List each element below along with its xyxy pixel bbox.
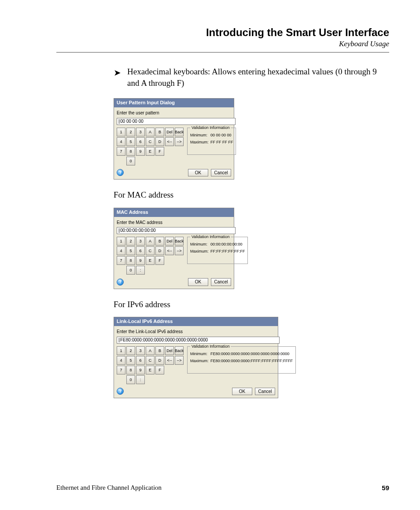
key-7[interactable]: 7 bbox=[117, 256, 125, 265]
key-f[interactable]: F bbox=[155, 366, 164, 374]
key-2[interactable]: 2 bbox=[126, 128, 135, 136]
key-back[interactable]: Back bbox=[175, 237, 184, 246]
key-c[interactable]: C bbox=[146, 356, 155, 365]
key-6[interactable]: 6 bbox=[136, 137, 145, 146]
key-9[interactable]: 9 bbox=[136, 256, 145, 265]
key-0[interactable]: 0 bbox=[126, 157, 135, 165]
key-8[interactable]: 8 bbox=[126, 147, 135, 156]
key-4[interactable]: 4 bbox=[117, 246, 125, 255]
ipv6-caption: For IPv6 address bbox=[114, 299, 389, 310]
mac-caption: For MAC address bbox=[114, 189, 389, 201]
dialog-prompt: Enter the MAC address bbox=[117, 220, 231, 226]
key-right[interactable]: --> bbox=[175, 246, 184, 255]
key-b[interactable]: B bbox=[155, 128, 164, 136]
key-d[interactable]: D bbox=[155, 246, 164, 255]
key-0[interactable]: 0 bbox=[126, 266, 135, 275]
key-a[interactable]: A bbox=[146, 128, 155, 136]
key-e[interactable]: E bbox=[146, 366, 155, 374]
key-del[interactable]: Del bbox=[165, 237, 174, 246]
key-4[interactable]: 4 bbox=[117, 137, 125, 146]
key-1[interactable]: 1 bbox=[117, 128, 125, 136]
key-colon[interactable]: : bbox=[136, 375, 145, 384]
dialog-title: Link-Local IPv6 Address bbox=[114, 317, 278, 326]
key-left[interactable]: <-- bbox=[165, 246, 174, 255]
key-del[interactable]: Del bbox=[165, 346, 174, 355]
key-7[interactable]: 7 bbox=[117, 147, 125, 156]
max-label: Maximum: bbox=[190, 358, 210, 363]
bullet-arrow-icon: ➤ bbox=[114, 67, 121, 79]
dialog-prompt: Enter the user pattern bbox=[117, 110, 231, 116]
key-c[interactable]: C bbox=[146, 246, 155, 255]
min-value: 00 00 00 00 bbox=[210, 133, 232, 137]
key-9[interactable]: 9 bbox=[136, 147, 145, 156]
key-8[interactable]: 8 bbox=[126, 256, 135, 265]
key-4[interactable]: 4 bbox=[117, 356, 125, 365]
key-left[interactable]: <-- bbox=[165, 356, 174, 365]
validation-legend: Validation Information bbox=[190, 234, 231, 239]
key-e[interactable]: E bbox=[146, 147, 155, 156]
pattern-input[interactable]: 00 00 00 00 bbox=[117, 118, 236, 125]
key-2[interactable]: 2 bbox=[126, 237, 135, 246]
cancel-button[interactable]: Cancel bbox=[211, 169, 231, 177]
help-icon[interactable]: ? bbox=[117, 279, 124, 286]
key-d[interactable]: D bbox=[155, 356, 164, 365]
key-3[interactable]: 3 bbox=[136, 346, 145, 355]
key-1[interactable]: 1 bbox=[117, 346, 125, 355]
ipv6-input[interactable]: FE80:0000:0000:0000:0000:0000:0000:0000 bbox=[117, 337, 280, 344]
min-label: Minimum: bbox=[190, 242, 210, 247]
user-pattern-dialog: User Pattern Input Dialog Enter the user… bbox=[114, 98, 234, 180]
key-0[interactable]: 0 bbox=[126, 375, 135, 384]
bullet-item: ➤ Hexadecimal keyboards: Allows entering… bbox=[114, 66, 389, 88]
key-a[interactable]: A bbox=[146, 346, 155, 355]
max-value: FF FF FF FF bbox=[210, 140, 233, 144]
hex-keypad: 1 2 3 A B Del Back 4 5 6 C D <-- --> bbox=[117, 237, 184, 275]
dialog-title: User Pattern Input Dialog bbox=[114, 99, 234, 107]
min-label: Minimum: bbox=[190, 351, 210, 356]
help-icon[interactable]: ? bbox=[117, 169, 124, 176]
key-right[interactable]: --> bbox=[175, 137, 184, 146]
ok-button[interactable]: OK bbox=[188, 278, 208, 286]
key-5[interactable]: 5 bbox=[126, 246, 135, 255]
key-back[interactable]: Back bbox=[175, 128, 184, 136]
cancel-button[interactable]: Cancel bbox=[255, 388, 275, 396]
key-del[interactable]: Del bbox=[165, 128, 174, 136]
dialog-title: MAC Address bbox=[114, 208, 234, 217]
help-icon[interactable]: ? bbox=[117, 388, 124, 395]
ok-button[interactable]: OK bbox=[232, 388, 252, 396]
key-f[interactable]: F bbox=[155, 147, 164, 156]
key-6[interactable]: 6 bbox=[136, 246, 145, 255]
key-8[interactable]: 8 bbox=[126, 366, 135, 374]
key-e[interactable]: E bbox=[146, 256, 155, 265]
key-a[interactable]: A bbox=[146, 237, 155, 246]
page-header-subtitle: Keyboard Usage bbox=[56, 40, 389, 48]
key-9[interactable]: 9 bbox=[136, 366, 145, 374]
key-3[interactable]: 3 bbox=[136, 237, 145, 246]
min-value: 00:00:00:00:00:00 bbox=[210, 242, 243, 246]
key-1[interactable]: 1 bbox=[117, 237, 125, 246]
cancel-button[interactable]: Cancel bbox=[211, 278, 231, 286]
validation-info: Validation Information Minimum:00 00 00 … bbox=[187, 128, 236, 155]
key-2[interactable]: 2 bbox=[126, 346, 135, 355]
key-5[interactable]: 5 bbox=[126, 356, 135, 365]
key-right[interactable]: --> bbox=[175, 356, 184, 365]
bullet-text: Hexadecimal keyboards: Allows entering h… bbox=[127, 66, 389, 88]
key-colon[interactable]: : bbox=[136, 266, 145, 275]
footer-left: Ethernet and Fibre Channel Application bbox=[56, 484, 162, 492]
hex-keypad: 1 2 3 A B Del Back 4 5 6 C D <-- --> bbox=[117, 128, 184, 165]
key-3[interactable]: 3 bbox=[136, 128, 145, 136]
key-c[interactable]: C bbox=[146, 137, 155, 146]
key-6[interactable]: 6 bbox=[136, 356, 145, 365]
mac-input[interactable]: 00:00:00:00:00:00 bbox=[117, 227, 236, 234]
ok-button[interactable]: OK bbox=[188, 169, 208, 177]
max-value: FE80:0000:0000:0000:FFFF:FFFF:FFFF:FFFF bbox=[210, 359, 293, 363]
key-7[interactable]: 7 bbox=[117, 366, 125, 374]
key-left[interactable]: <-- bbox=[165, 137, 174, 146]
key-b[interactable]: B bbox=[155, 346, 164, 355]
key-b[interactable]: B bbox=[155, 237, 164, 246]
key-back[interactable]: Back bbox=[175, 346, 184, 355]
key-f[interactable]: F bbox=[155, 256, 164, 265]
ipv6-address-dialog: Link-Local IPv6 Address Enter the Link-L… bbox=[114, 317, 278, 398]
key-5[interactable]: 5 bbox=[126, 137, 135, 146]
key-d[interactable]: D bbox=[155, 137, 164, 146]
validation-legend: Validation Information bbox=[190, 125, 231, 130]
